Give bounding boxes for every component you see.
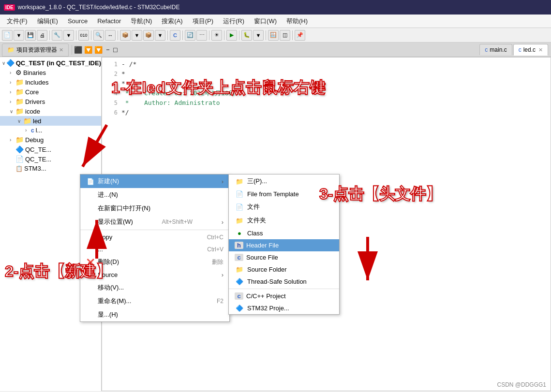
tree-label-binaries: Binaries [23,69,46,76]
tree-item-core[interactable]: › 📁 Core [0,87,101,97]
tree-arrow-binaries: › [10,70,15,75]
toolbar-sep10 [266,30,266,40]
toolbar-dots[interactable]: ⋯ [196,30,207,41]
code-text-5: * Author: Administrato [121,98,220,108]
tab-icon3[interactable]: 🔽 [94,46,103,54]
tab-icon5[interactable]: □ [113,46,117,54]
menu-file[interactable]: 文件(F) [3,15,31,27]
menu-project[interactable]: 项目(P) [189,15,217,27]
toolbar-sun[interactable]: ☀ [211,30,222,41]
menu-search[interactable]: 搜索(A) [158,15,186,27]
tree-item-drivers[interactable]: › 📁 Drivers [0,97,101,106]
tree-label-drivers: Drivers [25,98,45,105]
tab-icon2[interactable]: 🔽 [84,46,92,54]
tree-arrow-led-file: › [25,128,31,133]
toolbar-ext3[interactable]: 📦 [143,30,154,41]
toolbar-bug2[interactable]: ▼ [253,30,264,41]
sub-menu-threadsafe[interactable]: 🔷 Thread-Safe Solution [229,276,339,288]
toolbar-tool[interactable]: 🔧 [52,30,62,41]
toolbar-layout[interactable]: ◫ [280,30,290,41]
panel-tab-explorer[interactable]: 📁 项目资源管理器 ✕ [2,44,69,57]
context-move-label: 移动(V)... [98,283,124,292]
menu-source[interactable]: Source [64,16,91,26]
showloc-arrow: › [222,218,223,226]
tree-label-icode: icode [25,108,40,115]
toolbar-num[interactable]: 010 [78,30,89,41]
context-menu-rename[interactable]: 重命名(M)... F2 [80,294,229,308]
sub-template-icon: 📄 [235,190,244,198]
tree-label-led: led [33,117,41,125]
tree-label-qctest: QC_TEST (in QC_TEST_IDE) [16,59,101,67]
toolbar-sep6 [182,30,183,40]
sub-cppproject-icon: c [235,292,243,300]
context-menu-new[interactable]: 📄 新建(N) › [80,174,229,188]
tree-item-binaries[interactable]: › ⚙ Binaries [0,68,101,77]
sub-menu-cppproject[interactable]: c C/C++ Project [229,290,339,302]
toolbar-new[interactable]: 📄 [2,30,13,41]
tab-led-close[interactable]: ✕ [538,47,543,53]
menu-navigate[interactable]: 导航(N) [127,15,156,27]
toolbar-bug[interactable]: 🐛 [241,30,252,41]
toolbar-tool2[interactable]: ▼ [63,30,74,41]
full-tab-bar: 📁 项目资源管理器 ✕ ⬛ 🔽 🔽 － □ c main.c c led.c ✕ [0,43,551,57]
tab-icon1[interactable]: ⬛ [74,46,82,54]
tree-item-qctest[interactable]: ∨ 🔷 QC_TEST (in QC_TEST_IDE) [0,58,101,68]
toolbar-ext2[interactable]: ▼ [132,30,142,41]
code-line-1: 1 - /* [104,59,549,69]
paste-shortcut: Ctrl+V [207,246,223,253]
sub-header-icon: h [235,242,243,249]
toolbar-window[interactable]: 🪟 [268,30,279,41]
sub-threadsafe-icon: 🔷 [235,278,244,285]
toolbar-print[interactable]: 🖨 [37,30,47,41]
tab-icon4[interactable]: － [104,45,111,54]
menu-refactor[interactable]: Refactor [93,16,125,26]
sub-menu-sourcefile[interactable]: c Source File [229,251,339,263]
tree-label-qcte1: QC_TE... [25,146,51,153]
menu-window[interactable]: 窗口(W) [250,15,281,27]
sub-header-label: Header File [246,242,279,249]
toolbar-pin[interactable]: 📌 [295,30,305,41]
sub-sep [229,289,339,289]
editor-tab-led[interactable]: c led.c ✕ [513,44,548,56]
toolbar-sep11 [292,30,293,40]
context-menu-open[interactable]: 进...(N) [80,188,229,202]
line-num-5: 5 [104,98,118,108]
menu-help[interactable]: 帮助(H) [283,15,312,27]
tree-item-includes[interactable]: › 📁 Includes [0,77,101,87]
context-rename-label: 重命名(M)... [98,297,131,305]
sub-stmproject-label: STM32 Proje... [247,305,289,312]
editor-tab-main[interactable]: c main.c [479,44,512,55]
sub-folder-label: 文件夹 [247,216,266,225]
sub-sourcefile-icon: c [235,254,243,261]
sub-menu-class[interactable]: ● Class [229,227,339,239]
sub-stmproject-icon: 🔷 [235,305,244,312]
menu-edit[interactable]: 编辑(E) [33,15,62,27]
sub-p-label: 三(P)... [247,177,267,186]
toolbar-search[interactable]: 🔍 [93,30,104,41]
toolbar-open[interactable]: ▼ [14,30,24,41]
menu-run[interactable]: 运行(R) [219,15,248,27]
toolbar-arrows[interactable]: ↔ [105,30,116,41]
arrow-icon-2 [77,215,116,265]
sub-menu-stmproject[interactable]: 🔷 STM32 Proje... [229,302,339,314]
toolbar-ext4[interactable]: ▼ [155,30,165,41]
sub-file-icon: 📄 [235,203,244,211]
menu-bar: 文件(F) 编辑(E) Source Refactor 导航(N) 搜索(A) … [0,15,551,28]
toolbar-refresh[interactable]: 🔄 [185,30,195,41]
annotation-step1: 1-在led文件夹上点击鼠标右键 [111,77,326,99]
toolbar-sep2 [76,30,76,40]
context-menu-openwindow[interactable]: 在新窗口中打开(N) [80,202,229,215]
tree-item-icode[interactable]: ∨ 📁 icode [0,106,101,116]
arrow-icon-3 [348,237,387,287]
tree-label-qcte2: QC_TE... [25,156,51,163]
toolbar-play[interactable]: ▶ [226,30,237,41]
context-menu-move[interactable]: 移动(V)... [80,281,229,294]
toolbar-c[interactable]: C [170,30,180,41]
toolbar-save[interactable]: 💾 [25,30,36,41]
explorer-badge: ✕ [59,47,63,53]
toolbar-ext[interactable]: 📦 [120,30,131,41]
sub-menu-header[interactable]: h Header File [229,239,339,251]
sub-menu-folder[interactable]: 📁 文件夹 [229,214,339,227]
context-menu-show[interactable]: 显...(H) [80,308,229,321]
sub-menu-sourcefolder[interactable]: 📁 Source Folder [229,263,339,276]
